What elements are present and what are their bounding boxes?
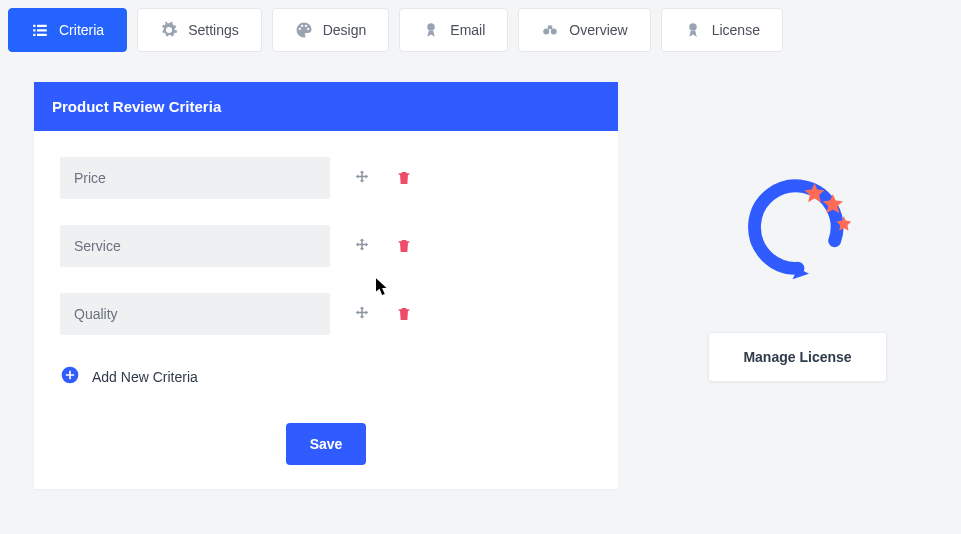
tab-bar: Criteria Settings Design Email Overview … bbox=[0, 0, 961, 52]
criteria-input[interactable] bbox=[60, 157, 330, 199]
svg-rect-2 bbox=[33, 34, 35, 36]
svg-point-6 bbox=[428, 23, 436, 31]
palette-icon bbox=[295, 21, 313, 39]
move-icon[interactable] bbox=[352, 168, 372, 188]
criteria-row bbox=[60, 293, 592, 335]
list-icon bbox=[31, 21, 49, 39]
tab-label: Design bbox=[323, 22, 367, 38]
trash-icon[interactable] bbox=[394, 236, 414, 256]
side-panel: Manage License bbox=[668, 82, 927, 382]
add-criteria-label: Add New Criteria bbox=[92, 369, 198, 385]
binoculars-icon bbox=[541, 21, 559, 39]
svg-rect-3 bbox=[37, 25, 47, 27]
criteria-row bbox=[60, 225, 592, 267]
tab-label: Criteria bbox=[59, 22, 104, 38]
tab-criteria[interactable]: Criteria bbox=[8, 8, 127, 52]
manage-license-button[interactable]: Manage License bbox=[708, 332, 886, 382]
criteria-row bbox=[60, 157, 592, 199]
gear-icon bbox=[160, 21, 178, 39]
badge-icon bbox=[422, 21, 440, 39]
tab-overview[interactable]: Overview bbox=[518, 8, 650, 52]
svg-rect-0 bbox=[33, 25, 35, 27]
criteria-input[interactable] bbox=[60, 293, 330, 335]
svg-point-10 bbox=[689, 23, 697, 31]
svg-rect-9 bbox=[548, 26, 553, 30]
add-criteria-button[interactable]: Add New Criteria bbox=[60, 365, 592, 389]
tab-label: Settings bbox=[188, 22, 239, 38]
trash-icon[interactable] bbox=[394, 304, 414, 324]
svg-rect-4 bbox=[37, 29, 47, 31]
app-logo-icon bbox=[743, 172, 853, 286]
criteria-panel: Product Review Criteria bbox=[34, 82, 618, 489]
move-icon[interactable] bbox=[352, 236, 372, 256]
criteria-input[interactable] bbox=[60, 225, 330, 267]
move-icon[interactable] bbox=[352, 304, 372, 324]
badge-icon bbox=[684, 21, 702, 39]
svg-rect-5 bbox=[37, 34, 47, 36]
content-area: Product Review Criteria bbox=[0, 52, 961, 489]
save-button[interactable]: Save bbox=[286, 423, 367, 465]
tab-email[interactable]: Email bbox=[399, 8, 508, 52]
tab-settings[interactable]: Settings bbox=[137, 8, 262, 52]
panel-title: Product Review Criteria bbox=[34, 82, 618, 131]
tab-label: Email bbox=[450, 22, 485, 38]
svg-point-7 bbox=[544, 29, 550, 35]
tab-label: License bbox=[712, 22, 760, 38]
tab-design[interactable]: Design bbox=[272, 8, 390, 52]
tab-license[interactable]: License bbox=[661, 8, 783, 52]
trash-icon[interactable] bbox=[394, 168, 414, 188]
svg-rect-1 bbox=[33, 29, 35, 31]
tab-label: Overview bbox=[569, 22, 627, 38]
svg-point-8 bbox=[551, 29, 557, 35]
plus-circle-icon bbox=[60, 365, 80, 389]
